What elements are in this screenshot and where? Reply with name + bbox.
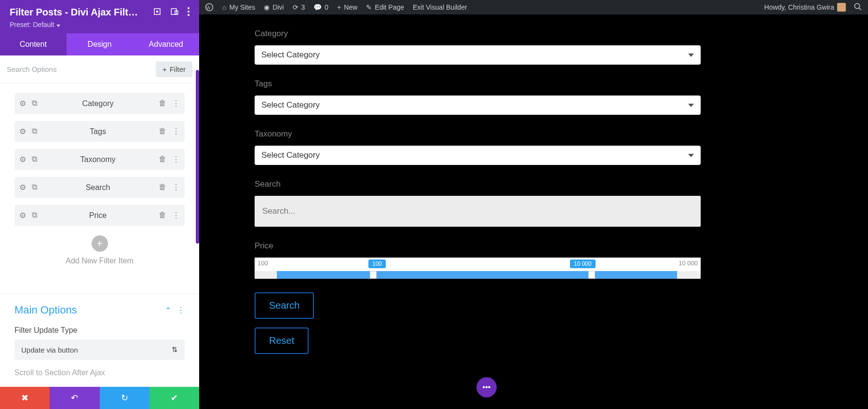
new-link[interactable]: +New [337,3,357,11]
responsive-icon[interactable] [170,7,179,18]
filter-update-type-select[interactable]: Update via button⇅ [14,340,185,360]
avatar [837,3,846,12]
svg-rect-2 [171,9,176,14]
search-options-header: Search Options +Filter [0,55,199,83]
chevron-down-icon [688,54,694,57]
more-icon[interactable]: ⋮ [172,99,180,108]
plus-icon: + [163,65,167,73]
exit-vb-link[interactable]: Exit Visual Builder [413,3,467,11]
svg-point-5 [188,11,190,13]
duplicate-icon[interactable]: ⧉ [32,211,37,220]
more-icon[interactable]: ⋮ [172,183,180,192]
save-button[interactable]: ✔ [149,387,199,409]
add-new-filter: + Add New Filter Item [14,235,185,265]
chevron-down-icon [688,154,694,157]
pencil-icon: ✎ [366,3,372,11]
gear-icon[interactable]: ⚙ [19,183,26,192]
more-icon[interactable]: ⋮ [172,155,180,164]
gear-icon[interactable]: ⚙ [19,211,26,220]
tab-advanced[interactable]: Advanced [133,33,199,55]
add-filter-circle-button[interactable]: + [92,235,108,252]
more-icon[interactable] [188,7,190,18]
reset-button[interactable]: Reset [255,327,309,354]
tags-label: Tags [255,79,701,89]
sort-icon: ⇅ [172,345,178,354]
svg-point-8 [854,3,860,9]
price-low-bubble: 100 [368,259,386,268]
scrollbar[interactable] [196,70,199,244]
duplicate-icon[interactable]: ⧉ [32,155,37,164]
filter-item[interactable]: ⚙⧉ Price 🗑⋮ [14,205,185,226]
filter-item[interactable]: ⚙⧉ Taxonomy 🗑⋮ [14,149,185,170]
filter-item[interactable]: ⚙⧉ Category 🗑⋮ [14,93,185,114]
search-label: Search [255,179,701,189]
price-slider[interactable]: 100 10 000 100 10 000 [255,258,701,279]
chevron-up-icon[interactable]: ⌃ [165,306,171,315]
main-options-title[interactable]: Main Options [14,304,77,316]
expand-icon[interactable] [153,7,162,18]
redo-icon: ↻ [121,393,128,403]
filter-item-label: Tags [37,127,159,136]
main-options-section: Main Options ⌃⋮ Filter Update Type Updat… [0,294,199,387]
svg-line-9 [859,8,861,10]
module-title: Filter Posts - Divi Ajax Filter... [10,7,140,18]
svg-point-4 [188,7,190,9]
more-icon[interactable]: ⋮ [177,306,185,315]
more-icon[interactable]: ⋮ [172,127,180,136]
home-icon: ⌂ [222,3,226,11]
filter-item-label: Category [37,99,159,108]
refresh-icon: ⟳ [293,3,298,11]
gear-icon[interactable]: ⚙ [19,127,26,136]
my-sites-link[interactable]: ⌂My Sites [222,3,255,11]
duplicate-icon[interactable]: ⧉ [32,183,37,192]
filter-item[interactable]: ⚙⧉ Tags 🗑⋮ [14,121,185,142]
divi-fab-button[interactable]: ••• [476,377,497,397]
filter-item[interactable]: ⚙⧉ Search 🗑⋮ [14,177,185,198]
price-label: Price [255,241,701,251]
undo-button[interactable]: ↶ [50,387,99,409]
svg-point-1 [157,11,158,12]
trash-icon[interactable]: 🗑 [159,127,166,136]
filter-item-label: Price [37,211,159,220]
gear-icon[interactable]: ⚙ [19,99,26,108]
page-preview: Category Select Category Tags Select Cat… [199,14,868,409]
slider-handle-low[interactable] [370,271,377,279]
check-icon: ✔ [171,393,178,403]
wp-admin-bar: ⌂My Sites ◉Divi ⟳3 💬0 +New ✎Edit Page Ex… [199,0,868,14]
gear-icon[interactable]: ⚙ [19,155,26,164]
divi-link[interactable]: ◉Divi [264,3,284,11]
add-filter-button[interactable]: +Filter [156,61,192,77]
search-button[interactable]: Search [255,292,314,319]
dots-icon: ••• [483,383,491,392]
duplicate-icon[interactable]: ⧉ [32,127,37,136]
svg-point-6 [188,14,190,16]
settings-sidebar: Filter Posts - Divi Ajax Filter... Prese… [0,0,199,409]
tab-design[interactable]: Design [67,33,133,55]
taxonomy-select[interactable]: Select Category [255,146,701,165]
category-select[interactable]: Select Category [255,45,701,65]
preset-selector[interactable]: Preset: Default [10,21,190,28]
category-label: Category [255,29,701,39]
duplicate-icon[interactable]: ⧉ [32,99,37,108]
cancel-button[interactable]: ✖ [0,387,50,409]
sidebar-header: Filter Posts - Divi Ajax Filter... Prese… [0,0,199,33]
trash-icon[interactable]: 🗑 [159,99,166,108]
trash-icon[interactable]: 🗑 [159,155,166,164]
filter-item-label: Search [37,183,159,192]
comments-link[interactable]: 💬0 [313,3,328,11]
refresh-link[interactable]: ⟳3 [293,3,305,11]
slider-fill [277,271,677,279]
wp-logo-icon[interactable] [205,3,214,12]
search-input[interactable] [255,196,701,227]
trash-icon[interactable]: 🗑 [159,183,166,192]
tags-select[interactable]: Select Category [255,95,701,115]
edit-page-link[interactable]: ✎Edit Page [366,3,404,11]
trash-icon[interactable]: 🗑 [159,211,166,220]
howdy-user[interactable]: Howdy, Christina Gwira [764,3,846,12]
redo-button[interactable]: ↻ [100,387,149,409]
search-icon[interactable] [854,2,862,13]
more-icon[interactable]: ⋮ [172,211,180,220]
tab-content[interactable]: Content [0,33,67,55]
close-icon: ✖ [21,393,28,403]
slider-handle-high[interactable] [588,271,595,279]
